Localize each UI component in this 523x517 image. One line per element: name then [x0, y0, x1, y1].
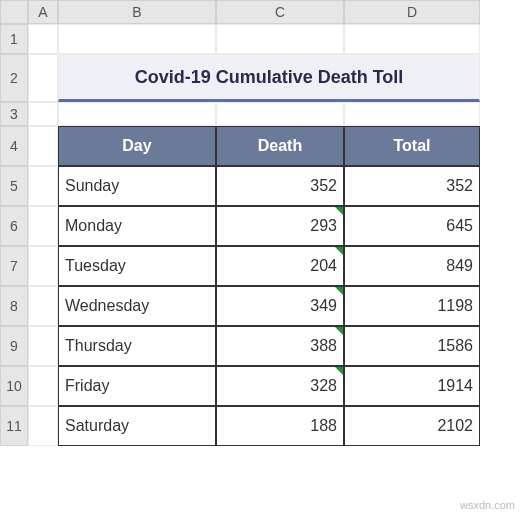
cell-day-3[interactable]: Wednesday [58, 286, 216, 326]
row-header-6[interactable]: 6 [0, 206, 28, 246]
th-day[interactable]: Day [58, 126, 216, 166]
cell-day-5[interactable]: Friday [58, 366, 216, 406]
cell-a7[interactable] [28, 246, 58, 286]
cell-death-2[interactable]: 204 [216, 246, 344, 286]
cell-c1[interactable] [216, 24, 344, 54]
row-header-1[interactable]: 1 [0, 24, 28, 54]
row-header-3[interactable]: 3 [0, 102, 28, 126]
col-header-b[interactable]: B [58, 0, 216, 24]
th-death[interactable]: Death [216, 126, 344, 166]
cell-day-4[interactable]: Thursday [58, 326, 216, 366]
cell-total-1[interactable]: 645 [344, 206, 480, 246]
cell-a3[interactable] [28, 102, 58, 126]
select-all-corner[interactable] [0, 0, 28, 24]
cell-death-3[interactable]: 349 [216, 286, 344, 326]
row-header-11[interactable]: 11 [0, 406, 28, 446]
cell-a9[interactable] [28, 326, 58, 366]
cell-a4[interactable] [28, 126, 58, 166]
cell-death-1[interactable]: 293 [216, 206, 344, 246]
row-header-8[interactable]: 8 [0, 286, 28, 326]
cell-total-3[interactable]: 1198 [344, 286, 480, 326]
cell-total-6[interactable]: 2102 [344, 406, 480, 446]
cell-day-2[interactable]: Tuesday [58, 246, 216, 286]
cell-death-5[interactable]: 328 [216, 366, 344, 406]
cell-total-0[interactable]: 352 [344, 166, 480, 206]
watermark: wsxdn.com [460, 499, 515, 511]
cell-a8[interactable] [28, 286, 58, 326]
cell-d3[interactable] [344, 102, 480, 126]
cell-day-6[interactable]: Saturday [58, 406, 216, 446]
cell-b3[interactable] [58, 102, 216, 126]
th-total[interactable]: Total [344, 126, 480, 166]
cell-a11[interactable] [28, 406, 58, 446]
cell-a10[interactable] [28, 366, 58, 406]
cell-day-0[interactable]: Sunday [58, 166, 216, 206]
cell-d1[interactable] [344, 24, 480, 54]
cell-a5[interactable] [28, 166, 58, 206]
col-header-a[interactable]: A [28, 0, 58, 24]
col-header-d[interactable]: D [344, 0, 480, 24]
title-cell[interactable]: Covid-19 Cumulative Death Toll [58, 54, 480, 102]
spreadsheet-grid[interactable]: A B C D 1 2 Covid-19 Cumulative Death To… [0, 0, 523, 446]
cell-death-0[interactable]: 352 [216, 166, 344, 206]
cell-day-1[interactable]: Monday [58, 206, 216, 246]
cell-total-5[interactable]: 1914 [344, 366, 480, 406]
cell-death-4[interactable]: 388 [216, 326, 344, 366]
row-header-5[interactable]: 5 [0, 166, 28, 206]
row-header-7[interactable]: 7 [0, 246, 28, 286]
cell-c3[interactable] [216, 102, 344, 126]
cell-total-4[interactable]: 1586 [344, 326, 480, 366]
cell-death-6[interactable]: 188 [216, 406, 344, 446]
row-header-9[interactable]: 9 [0, 326, 28, 366]
col-header-c[interactable]: C [216, 0, 344, 24]
cell-a1[interactable] [28, 24, 58, 54]
cell-b1[interactable] [58, 24, 216, 54]
cell-a6[interactable] [28, 206, 58, 246]
row-header-2[interactable]: 2 [0, 54, 28, 102]
cell-total-2[interactable]: 849 [344, 246, 480, 286]
row-header-10[interactable]: 10 [0, 366, 28, 406]
row-header-4[interactable]: 4 [0, 126, 28, 166]
cell-a2[interactable] [28, 54, 58, 102]
